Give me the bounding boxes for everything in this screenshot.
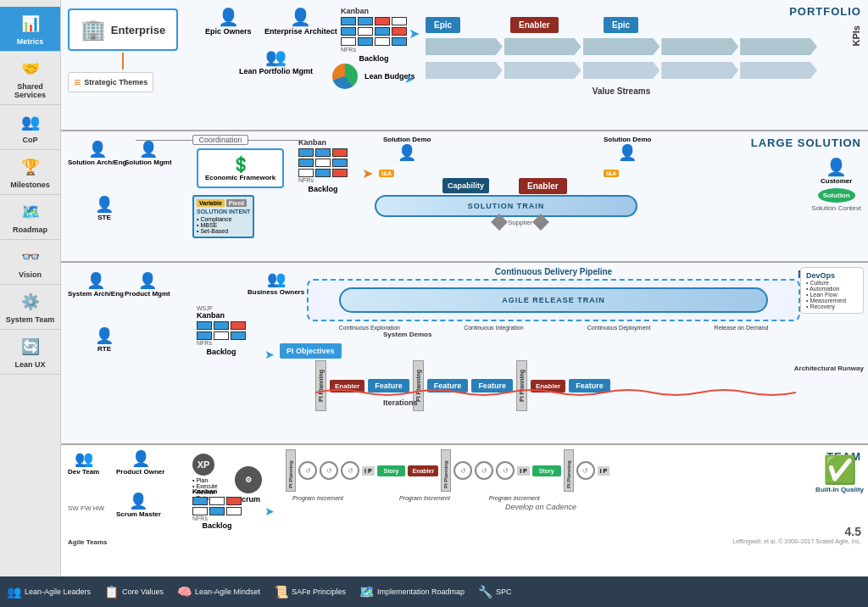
value-streams-area: Epic Enabler Epic [426,4,817,97]
ls-cell-5 [315,159,331,167]
scrum-master-icon: 👤 [129,492,147,510]
capability-bar: Capability [442,178,489,193]
sidebar-metrics-label: Metrics [17,37,44,46]
iter-cycle-5: ↺ [475,461,493,480]
cdp-phases: Continuous Exploration Continuous Integr… [307,325,800,331]
cop-icon: 👥 [19,110,42,134]
sidebar-milestones-label: Milestones [10,181,50,189]
program-increment-row: Program Increment Program Increment Prog… [286,495,796,501]
enterprise-architect: 👤 Enterprise Architect [264,7,337,36]
cdp-label: Continuous Delivery Pipeline [307,267,800,276]
iter-cycle-7: ↺ [576,461,595,480]
product-owner: 👤 Product Owner [116,449,164,476]
solution-demo-person-icon-1: 👤 [383,143,431,162]
ls-cell-6 [332,159,348,167]
sidebar-item-shared-services[interactable]: 🤝 Shared Services [0,52,60,105]
metrics-icon: 📊 [19,12,42,36]
strategic-themes: ≡ Strategic Themes [68,72,153,92]
ls-cell-1 [298,148,314,157]
footer-item-lean-agile-mindset: 🧠 Lean-Agile Mindset [177,585,260,599]
tk-cell-6 [226,507,242,515]
kanban-cell-8 [392,27,407,36]
rte-label: RTE [97,345,111,353]
spc-icon: 🔧 [478,585,492,599]
product-owner-icon: 👤 [131,449,150,468]
sidebar-item-metrics[interactable]: 📊 Metrics [0,7,60,52]
ip-1: I P [362,466,375,476]
enterprise-building-icon: 🏢 [81,18,106,42]
vs-arrow-8 [583,62,660,79]
compliance-item: • Compliance [197,216,250,222]
ia-badge-1: I&A [379,170,394,177]
footer-item-core-values: 📋 Core Values [104,585,164,599]
capability-label: Capability [442,178,489,193]
sidebar-item-vision[interactable]: 👓 Vision [0,240,60,285]
sidebar-shared-services-label: Shared Services [3,82,57,99]
econ-framework-label: Economic Framework [205,174,275,181]
lean-portfolio-label: Lean Portfolio Mgmt [239,67,313,75]
solution-demo-label-2: Solution Demo [604,136,651,143]
solution-context-label: Solution Context [811,204,861,212]
prog-inc-label-2: Program Increment [399,495,450,501]
customer-area: 👤 Customer Solution Solution Context [811,157,861,212]
iter-cycle-3: ↺ [341,461,359,480]
epic-label-1: Epic [426,17,460,33]
list-icon: ≡ [74,75,81,89]
roadmap-icon: 🗺️ [19,200,42,224]
kanban-cell-1 [341,17,356,25]
coordination-area: Coordination [136,131,305,148]
ste-label: STE [97,214,111,221]
sidebar-item-lean-ux[interactable]: 🔄 Lean UX [0,330,60,375]
program-section: PROGRAM 👤 System Arch/Eng 👤 Product Mgmt… [61,263,868,445]
enterprise-box: 🏢 Enterprise [68,8,178,51]
vision-icon: 👓 [19,245,42,269]
customer-label: Customer [821,177,852,185]
portfolio-kanban-area: Kanban [341,7,407,63]
iterations-label: Iterations [383,398,418,407]
enabler-bar-1: Enabler [510,17,559,33]
epic-owners-label: Epic Owners [205,27,252,36]
solution-intent: Variable Fixed SOLUTION INTENT • Complia… [192,195,254,238]
milestones-icon: 🏆 [19,155,42,179]
program-kanban-area: WSJF Kanban NFRs Backlog [197,305,246,356]
lean-budgets-arrow-icon: ➤ [404,72,415,86]
coord-line-left [136,140,192,141]
sidebar-item-milestones[interactable]: 🏆 Milestones [0,150,60,195]
rte-icon: 👤 [95,326,114,345]
sidebar-system-team-label: System Team [6,315,54,324]
ia-badge-2: I&A [604,170,619,177]
ls-kanban-label: Kanban [298,138,348,147]
vs-arrow-10 [740,62,817,79]
ip-2: I P [517,466,530,476]
lean-agile-mindset-icon: 🧠 [177,585,192,599]
solution-demo-2: Solution Demo 👤 [604,136,651,162]
version-area: 4.5 Leffingwell, et al. © 2008–2017 Scal… [732,525,861,544]
shared-services-icon: 🤝 [19,57,42,81]
devops-area: DevOps • Culture • Automation • Lean Flo… [800,267,864,314]
solution-train-label: SOLUTION TRAIN [375,195,637,217]
built-in-quality: ✅ Built-In Quality [815,454,864,493]
iter-cycle-6: ↺ [496,461,515,480]
team-nfrs-label: NFRs [192,515,242,521]
devops-item-1: • Culture [806,280,858,286]
sidebar-roadmap-label: Roadmap [13,226,47,234]
sw-fw-hw: SW FW HW [68,504,104,512]
kpis-label: KPIs [851,25,861,46]
solution-intent-items: • Compliance • MBSE • Set-Based [197,216,250,234]
fixed-label: Fixed [226,199,247,207]
rte: 👤 RTE [95,326,114,353]
team-pi-planning-1: PI Planning [286,449,296,492]
solution-train: SOLUTION TRAIN [375,195,637,217]
sidebar-item-roadmap[interactable]: 🗺️ Roadmap [0,195,60,240]
kanban-cell-6 [358,27,373,36]
devops-item-5: • Recovery [806,304,858,309]
sidebar-item-cop[interactable]: 👥 CoP [0,105,60,150]
system-team-icon: ⚙️ [19,290,42,314]
develop-on-cadence-label: Develop on Cadence [286,503,796,511]
footer: 👥 Lean-Agile Leaders 📋 Core Values 🧠 Lea… [0,576,868,607]
ls-cell-7 [298,169,314,177]
kanban-cell-3 [375,17,390,25]
sidebar-item-system-team[interactable]: ⚙️ System Team [0,285,60,330]
cdp-container: AGILE RELEASE TRAIN [307,279,800,321]
kanban-cell-5 [341,27,356,36]
